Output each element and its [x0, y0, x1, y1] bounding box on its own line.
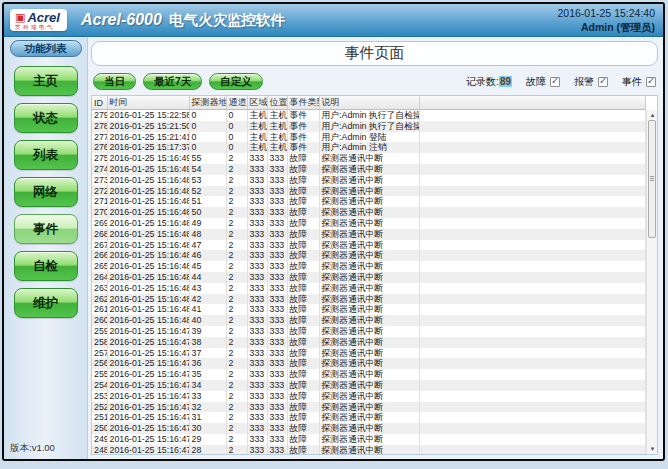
main-panel: 事件页面 当日最近7天自定义 记录数:89 故障✓报警✓事件✓ — [88, 37, 663, 459]
table-row[interactable]: 2592016-01-25 15:16:47.957392333333故障探测器… — [92, 326, 646, 337]
table-cell: 251 — [92, 412, 107, 423]
table-cell: 主机 — [247, 132, 267, 143]
event-table: ID时间探测器地址通道区域位置事件类型说明 2792016-01-25 15:2… — [92, 96, 646, 455]
table-row[interactable]: 2752016-01-25 15:16:49.090552333333故障探测器… — [92, 153, 646, 164]
table-row[interactable]: 2572016-01-25 15:16:47.823372333333故障探测器… — [92, 348, 646, 359]
table-row[interactable]: 2622016-01-25 15:16:48.147422333333故障探测器… — [92, 294, 646, 305]
table-cell: 探测器通讯中断 — [319, 326, 419, 337]
table-cell: 故障 — [287, 272, 319, 283]
logo-brand-text: Acrel — [27, 11, 60, 24]
column-header[interactable]: 通道 — [226, 96, 247, 110]
type-checkbox-1[interactable]: 报警✓ — [574, 75, 608, 89]
filter-button-2[interactable]: 自定义 — [209, 73, 263, 90]
vertical-scrollbar[interactable]: ▲ ▼ — [646, 110, 657, 454]
table-cell: 探测器通讯中断 — [319, 294, 419, 305]
table-row[interactable]: 2562016-01-25 15:16:47.753362333333故障探测器… — [92, 358, 646, 369]
page-title: 事件页面 — [345, 44, 405, 63]
table-row[interactable]: 2652016-01-25 15:16:48.380452333333故障探测器… — [92, 261, 646, 272]
scrollbar-thumb[interactable] — [648, 120, 656, 238]
table-row[interactable]: 2482016-01-25 15:16:47.190282333333故障探测器… — [92, 445, 646, 455]
sidebar-item-0[interactable]: 主页 — [14, 66, 78, 96]
table-cell: 333 — [267, 196, 287, 207]
sidebar-item-3[interactable]: 网络 — [14, 177, 78, 207]
table-row[interactable]: 2762016-01-25 15:17:37.83300主机主机事件用户:Adm… — [92, 142, 646, 153]
sidebar-item-4[interactable]: 事件 — [14, 214, 78, 244]
table-row[interactable]: 2702016-01-25 15:16:48.747502333333故障探测器… — [92, 207, 646, 218]
table-cell: 故障 — [287, 315, 319, 326]
table-row[interactable]: 2792016-01-25 15:22:58.44000主机主机事件用户:Adm… — [92, 110, 646, 121]
table-row[interactable]: 2542016-01-25 15:16:47.597342333333故障探测器… — [92, 380, 646, 391]
table-cell: 333 — [247, 164, 267, 175]
table-row[interactable]: 2682016-01-25 15:16:48.597482333333故障探测器… — [92, 229, 646, 240]
table-row[interactable]: 2522016-01-25 15:16:47.457322333333故障探测器… — [92, 402, 646, 413]
column-header[interactable]: 位置 — [267, 96, 287, 110]
checkbox-icon[interactable]: ✓ — [646, 77, 656, 87]
table-row[interactable]: 2612016-01-25 15:16:48.087412333333故障探测器… — [92, 304, 646, 315]
table-row[interactable]: 2782016-01-25 15:21:50.25000主机主机事件用户:Adm… — [92, 121, 646, 132]
table-cell: 333 — [267, 304, 287, 315]
table-cell: 333 — [267, 240, 287, 251]
table-cell: 2 — [226, 294, 247, 305]
table-row[interactable]: 2662016-01-25 15:16:48.470462333333故障探测器… — [92, 250, 646, 261]
filter-button-0[interactable]: 当日 — [93, 73, 136, 90]
column-header[interactable]: 探测器地址 — [189, 96, 226, 110]
table-cell-filler — [419, 326, 646, 337]
table-cell: 333 — [267, 283, 287, 294]
table-row[interactable]: 2642016-01-25 15:16:48.280442333333故障探测器… — [92, 272, 646, 283]
table-cell: 0 — [189, 121, 226, 132]
table-row[interactable]: 2672016-01-25 15:16:48.537472333333故障探测器… — [92, 240, 646, 251]
filter-button-1[interactable]: 最近7天 — [143, 73, 202, 90]
table-row[interactable]: 2742016-01-25 15:16:49.017542333333故障探测器… — [92, 164, 646, 175]
table-cell: 2016-01-25 15:16:47.957 — [107, 326, 189, 337]
table-cell: 34 — [189, 380, 226, 391]
column-header[interactable]: 说明 — [319, 96, 419, 110]
table-cell: 故障 — [287, 196, 319, 207]
table-row[interactable]: 2732016-01-25 15:16:48.940532333333故障探测器… — [92, 175, 646, 186]
table-cell: 探测器通讯中断 — [319, 369, 419, 380]
scroll-up-icon[interactable]: ▲ — [647, 110, 658, 120]
table-row[interactable]: 2602016-01-25 15:16:48.020402333333故障探测器… — [92, 315, 646, 326]
checkbox-label: 事件 — [622, 75, 642, 89]
table-row[interactable]: 2772016-01-25 15:21:41.74000主机主机事件用户:Adm… — [92, 132, 646, 143]
type-checkbox-2[interactable]: 事件✓ — [622, 75, 656, 89]
table-cell: 事件 — [287, 110, 319, 121]
sidebar-item-6[interactable]: 维护 — [14, 288, 78, 318]
table-row[interactable]: 2632016-01-25 15:16:48.220432333333故障探测器… — [92, 283, 646, 294]
table-cell: 探测器通讯中断 — [319, 164, 419, 175]
table-row[interactable]: 2532016-01-25 15:16:47.540332333333故障探测器… — [92, 391, 646, 402]
column-header[interactable]: 时间 — [107, 96, 189, 110]
column-header[interactable]: 区域 — [247, 96, 267, 110]
table-row[interactable]: 2512016-01-25 15:16:47.393312333333故障探测器… — [92, 412, 646, 423]
table-cell-filler — [419, 218, 646, 229]
table-row[interactable]: 2712016-01-25 15:16:48.803512333333故障探测器… — [92, 196, 646, 207]
table-row[interactable]: 2492016-01-25 15:16:47.263292333333故障探测器… — [92, 434, 646, 445]
table-cell: 2016-01-25 15:16:47.263 — [107, 434, 189, 445]
table-row[interactable]: 2582016-01-25 15:16:47.887382333333故障探测器… — [92, 337, 646, 348]
checkbox-icon[interactable]: ✓ — [598, 77, 608, 87]
logo-subtitle: 安科瑞电气 — [15, 25, 60, 31]
table-cell: 263 — [92, 283, 107, 294]
table-cell-filler — [419, 348, 646, 359]
table-cell-filler — [419, 196, 646, 207]
current-user-label: Admin (管理员) — [558, 20, 656, 34]
type-checkbox-0[interactable]: 故障✓ — [526, 75, 560, 89]
table-row[interactable]: 2692016-01-25 15:16:48.667492333333故障探测器… — [92, 218, 646, 229]
table-cell: 2016-01-25 15:17:37.833 — [107, 142, 189, 153]
table-row[interactable]: 2722016-01-25 15:16:48.860522333333故障探测器… — [92, 186, 646, 197]
sidebar-item-2[interactable]: 列表 — [14, 140, 78, 170]
checkbox-icon[interactable]: ✓ — [550, 77, 560, 87]
scroll-down-icon[interactable]: ▼ — [647, 444, 658, 454]
table-row[interactable]: 2502016-01-25 15:16:47.320302333333故障探测器… — [92, 423, 646, 434]
table-cell-filler — [419, 423, 646, 434]
sidebar-item-1[interactable]: 状态 — [14, 103, 78, 133]
table-cell: 探测器通讯中断 — [319, 391, 419, 402]
table-cell: 2 — [226, 412, 247, 423]
column-header[interactable]: ID — [92, 96, 107, 110]
table-cell: 故障 — [287, 229, 319, 240]
table-cell: 探测器通讯中断 — [319, 272, 419, 283]
table-cell: 2016-01-25 15:16:47.320 — [107, 423, 189, 434]
table-row[interactable]: 2552016-01-25 15:16:47.677352333333故障探测器… — [92, 369, 646, 380]
sidebar-item-5[interactable]: 自检 — [14, 251, 78, 281]
table-cell: 271 — [92, 196, 107, 207]
column-header[interactable]: 事件类型 — [287, 96, 319, 110]
